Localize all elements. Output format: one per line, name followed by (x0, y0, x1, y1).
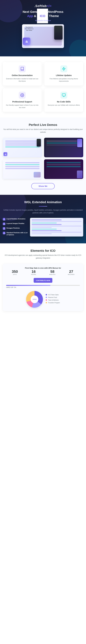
legend-dot-0 (46, 294, 47, 296)
demo-phone-mini-1 (37, 139, 41, 146)
feature-desc-online-docs: Extensive information needed to install … (6, 78, 39, 82)
legend-text-0: ICO Token Sales (48, 294, 59, 296)
ico-num-hours: 16 HOURS (25, 270, 42, 275)
ico-contribute-label: CONTRIBUTE NOW (36, 280, 50, 281)
wgl-screen-row-8 (32, 230, 62, 231)
features-section: Online Documentation Extensive informati… (0, 56, 86, 118)
wgl-section: WGL Extended Animation Softlab includes … (0, 195, 86, 244)
pie-container: .Softlab ICO Token Sales Reserve Fund Te… (6, 291, 80, 308)
gear-icon (19, 92, 26, 99)
ico-section: Elements for ICO ICO development agencie… (0, 243, 86, 316)
hero-tags: #powerful #creative (3, 20, 83, 22)
wgl-mockup (30, 218, 83, 238)
pie-center: .Softlab (31, 296, 38, 303)
hero-title: Next Generation WordPress App & ICO Them… (3, 10, 83, 18)
demo-deco-4 (77, 170, 82, 178)
feature-card-online-docs: Online Documentation Extensive informati… (3, 62, 42, 86)
legend-text-2: Team & Advisors (48, 299, 58, 301)
wgl-feature-item-0: ✓ Liquid Bubbles Animation (3, 218, 28, 220)
feature-desc-lifetime-updates: Free lifetime autoupdates ensuring theme… (47, 78, 80, 82)
show-me-button[interactable]: Show Me (31, 183, 55, 189)
ico-num-seconds: 27 SECONDS (62, 270, 80, 275)
ico-contribute-button[interactable]: CONTRIBUTE NOW (34, 278, 52, 283)
wgl-screen-row-6 (32, 227, 52, 228)
check-icon-1: ✓ (3, 222, 5, 225)
feature-card-no-code-skills: No Code Skills Everyone can use Softlab … (44, 88, 83, 112)
book-icon (19, 65, 26, 72)
wgl-screen (30, 218, 83, 236)
demo-card-1[interactable]: a (3, 138, 42, 157)
ico-num-value-minutes: 58 (44, 270, 61, 273)
ico-desc: ICO development agencies can apply outst… (3, 254, 83, 259)
wgl-desc: Softlab includes layered images parallax… (3, 208, 83, 214)
wgl-feature-item-2: ✓ Hexagon Particles (3, 227, 28, 230)
demos-section: Perfect Live Demos You will find what yo… (0, 118, 86, 195)
wgl-title: WGL Extended Animation (3, 200, 83, 204)
legend-text-1: Reserve Fund (48, 297, 57, 298)
feature-card-professional-support: Professional Support Our friendly suppor… (3, 88, 42, 112)
monitor-icon (60, 92, 67, 99)
mockup-bitcoin-text: Pay, Spend &Store Bitcoin onYour Terms. (25, 26, 34, 31)
wgl-screen-row-1 (32, 220, 62, 220)
check-icon-2: ✓ (3, 227, 5, 230)
ico-num-days: 350 DAYS (6, 270, 24, 275)
pie-legend: ICO Token Sales Reserve Fund Team & Advi… (46, 294, 60, 305)
ico-num-value-days: 350 (6, 270, 24, 273)
ico-num-value-seconds: 27 (62, 270, 80, 273)
demo-thumb-4 (44, 159, 83, 179)
feature-title-lifetime-updates: Lifetime Updates (47, 74, 80, 76)
demo-card-3[interactable] (3, 159, 42, 179)
legend-dot-1 (46, 297, 47, 298)
ico-num-label-days: DAYS (6, 274, 24, 275)
feature-title-no-code-skills: No Code Skills (47, 100, 80, 103)
ico-stats-title: First Step Sale is Live with 20% Bonus f… (6, 267, 80, 269)
ico-num-minutes: 58 MINUTES (44, 270, 61, 275)
feature-desc-no-code-skills: Everyone can use Softlab with minimum ef… (47, 104, 80, 106)
ico-num-label-hours: HOURS (25, 274, 42, 275)
demo-letter-mini-1: a (4, 152, 8, 156)
demo-mockup-mini-1 (4, 139, 41, 156)
demo-deco-3 (34, 172, 41, 178)
feature-title-online-docs: Online Documentation (6, 74, 39, 76)
wgl-screen-row-2 (32, 221, 82, 222)
demo-phone-mini-2 (77, 139, 82, 147)
feature-desc-professional-support: Our friendly support team is there if yo… (6, 104, 39, 108)
legend-text-3: Founders Program (48, 302, 60, 304)
check-icon-0: ✓ (3, 218, 5, 220)
wgl-feature-label-2: Hexagon Particles (6, 227, 20, 229)
ico-progress-text: HARD CAP: 0% (6, 287, 80, 288)
feature-title-professional-support: Professional Support (6, 100, 39, 103)
mockup-screen: Pay, Spend &Store Bitcoin onYour Terms. … (22, 24, 64, 48)
demo-card-2[interactable] (44, 138, 83, 157)
wgl-feature-item-3: ✓ Standard Particles with a Lot of Optio… (3, 232, 28, 236)
ico-progress-bar (6, 285, 80, 286)
wgl-screen-row-9 (32, 232, 82, 232)
wgl-screen-row-7 (32, 229, 57, 230)
mockup-phone (54, 26, 62, 40)
demo-card-4[interactable] (44, 159, 83, 179)
wgl-feature-label-3: Standard Particles with a Lot of Options (6, 232, 28, 236)
wgl-screen-row-4 (32, 224, 62, 225)
wgl-screen-row-3 (32, 222, 57, 224)
wgl-feature-item-1: ✓ Layered Images Parallax (3, 222, 28, 225)
legend-item-0: ICO Token Sales (46, 294, 60, 296)
demos-subtitle: You will find what you need in one of ou… (3, 128, 83, 134)
wgl-feature-label-1: Layered Images Parallax (6, 222, 24, 224)
demos-grid: a (3, 138, 83, 179)
ico-title: Elements for ICO (3, 249, 83, 252)
legend-item-3: Founders Program (46, 302, 60, 304)
wgl-screen-row-5 (32, 226, 82, 226)
svg-point-0 (22, 95, 23, 96)
hero-mockup: Pay, Spend &Store Bitcoin onYour Terms. … (21, 24, 65, 51)
wgl-feature-label-0: Liquid Bubbles Animation (6, 218, 26, 220)
demo-mockup-mini-2 (46, 139, 82, 156)
pie-chart: .Softlab (26, 291, 43, 308)
ico-num-label-seconds: SECONDS (62, 274, 80, 275)
feature-card-lifetime-updates: Lifetime Updates Free lifetime autoupdat… (44, 62, 83, 86)
ico-stats-card: First Step Sale is Live with 20% Bonus f… (3, 264, 83, 311)
wgl-features-list: ✓ Liquid Bubbles Animation ✓ Layered Ima… (3, 218, 28, 238)
svg-rect-1 (62, 94, 65, 96)
ico-num-label-minutes: MINUTES (44, 274, 61, 275)
wgl-screen-row-10 (32, 233, 52, 234)
demo-mockup-mini-4 (46, 161, 82, 178)
